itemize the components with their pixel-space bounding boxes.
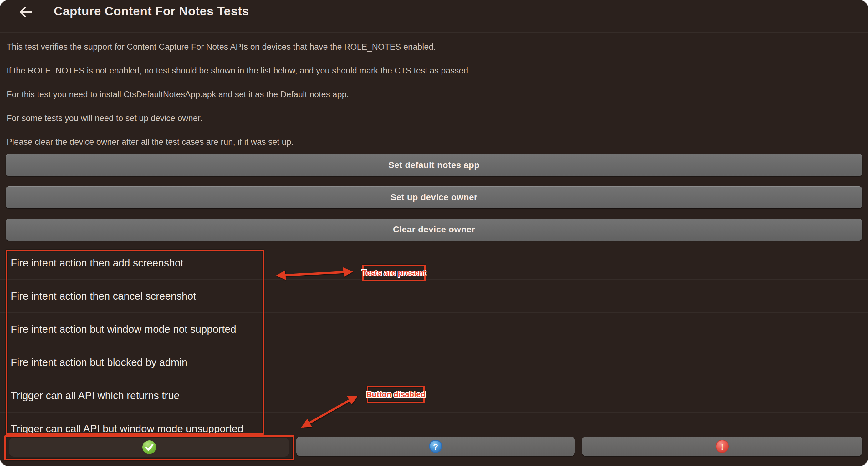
page-title: Capture Content For Notes Tests bbox=[54, 0, 249, 23]
fail-button[interactable]: ! bbox=[582, 437, 862, 456]
test-list-item[interactable]: Fire intent action then add screenshot bbox=[11, 257, 449, 270]
list-divider bbox=[0, 279, 868, 280]
cts-verifier-window: Capture Content For Notes Tests This tes… bbox=[0, 0, 868, 466]
exclamation-glyph: ! bbox=[721, 442, 723, 452]
set-up-device-owner-button[interactable]: Set up device owner bbox=[6, 187, 862, 208]
button-label: Clear device owner bbox=[393, 225, 475, 235]
instruction-paragraph: For some tests you will need to set up d… bbox=[7, 113, 820, 124]
header: Capture Content For Notes Tests bbox=[0, 0, 868, 32]
test-list-item[interactable]: Fire intent action then cancel screensho… bbox=[11, 290, 449, 303]
tests-present-arrow bbox=[278, 272, 351, 275]
button-label: Set default notes app bbox=[388, 160, 480, 170]
back-arrow-icon bbox=[18, 4, 33, 20]
instruction-paragraph: This test verifies the support for Conte… bbox=[7, 42, 820, 52]
list-divider bbox=[0, 345, 868, 346]
back-button[interactable] bbox=[18, 4, 33, 20]
test-list-item[interactable]: Fire intent action but window mode not s… bbox=[11, 323, 449, 336]
test-list-item[interactable]: Trigger can all API which returns true bbox=[11, 389, 449, 402]
fail-exclamation-icon: ! bbox=[715, 439, 729, 453]
list-divider bbox=[0, 312, 868, 313]
test-list-item[interactable]: Trigger can call API but window mode uns… bbox=[11, 422, 449, 435]
instruction-paragraph: If the ROLE_NOTES is not enabled, no tes… bbox=[7, 65, 820, 76]
instruction-paragraph: Please clear the device owner after all … bbox=[7, 137, 820, 147]
info-question-icon: ? bbox=[429, 439, 442, 453]
question-glyph: ? bbox=[433, 442, 438, 452]
set-default-notes-app-button[interactable]: Set default notes app bbox=[6, 154, 862, 176]
test-list-item[interactable]: Fire intent action but blocked by admin bbox=[11, 356, 449, 369]
clear-device-owner-button[interactable]: Clear device owner bbox=[6, 219, 862, 240]
pass-check-icon bbox=[142, 440, 156, 455]
tests-list-annotation-rect bbox=[6, 249, 264, 435]
pass-button[interactable] bbox=[9, 438, 289, 457]
list-divider bbox=[0, 412, 868, 412]
info-button[interactable]: ? bbox=[296, 437, 575, 456]
list-divider bbox=[0, 379, 868, 379]
button-label: Set up device owner bbox=[391, 192, 477, 202]
header-divider bbox=[0, 32, 868, 33]
instruction-paragraph: For this test you need to install CtsDef… bbox=[7, 89, 820, 100]
